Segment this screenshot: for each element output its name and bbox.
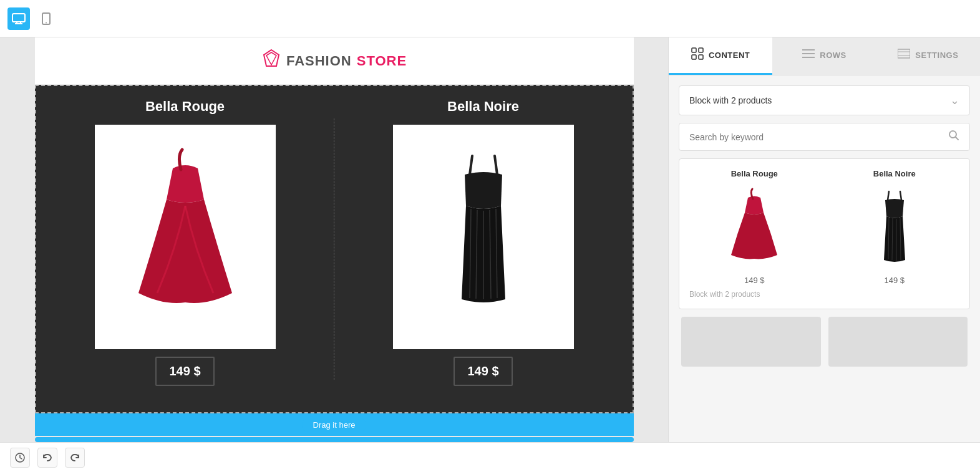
- right-panel: CONTENT ROWS: [668, 37, 980, 442]
- skeleton-card-1: [681, 317, 821, 367]
- preview-product-black: Bella Noire: [830, 169, 960, 285]
- red-dress-svg: [126, 143, 245, 330]
- product-title-right: Bella Noire: [447, 99, 519, 115]
- svg-rect-15: [692, 48, 696, 52]
- product-price-right: 149 $: [454, 357, 512, 386]
- desktop-device-button[interactable]: [7, 7, 30, 30]
- settings-tab-icon: [898, 49, 910, 62]
- content-tab-icon: [691, 47, 704, 63]
- svg-line-9: [495, 156, 497, 175]
- black-dress-svg: [427, 143, 540, 330]
- drag-bar[interactable]: Drag it here: [35, 413, 634, 436]
- product-block-canvas: Bella Rouge 149 $: [35, 85, 634, 413]
- product-image-black: [393, 125, 574, 349]
- logo-store-text: STORE: [357, 53, 407, 69]
- svg-line-26: [956, 137, 959, 140]
- product-title-left: Bella Rouge: [145, 99, 225, 115]
- history-button[interactable]: [10, 448, 30, 468]
- svg-line-27: [888, 191, 889, 200]
- canvas-area: FASHIONSTORE Bella Rouge: [0, 37, 668, 442]
- store-logo: FASHIONSTORE: [261, 49, 407, 73]
- skeleton-cards: [679, 317, 970, 367]
- settings-tab-label: SETTINGS: [915, 51, 958, 60]
- svg-point-5: [46, 22, 47, 23]
- preview-block-label: Block with 2 products: [689, 290, 959, 299]
- content-tab-label: CONTENT: [709, 51, 750, 60]
- bottom-toolbar: [0, 442, 980, 472]
- preview-products-row: Bella Rouge 149 $ Bella Noire: [689, 169, 959, 285]
- product-image-red: [95, 125, 276, 349]
- svg-rect-18: [699, 55, 703, 59]
- preview-black-dress-svg: [866, 186, 923, 267]
- rows-tab-label: ROWS: [820, 51, 846, 60]
- preview-product-red: Bella Rouge 149 $: [689, 169, 820, 285]
- preview-product-name-red: Bella Rouge: [731, 169, 778, 178]
- product-slot-right: Bella Noire: [334, 86, 633, 412]
- undo-button[interactable]: [37, 448, 57, 468]
- tab-content[interactable]: CONTENT: [669, 37, 772, 75]
- logo-diamond-icon: [261, 49, 281, 73]
- product-slot-left: Bella Rouge 149 $: [36, 86, 334, 412]
- svg-rect-0: [12, 14, 25, 22]
- panel-content: Block with 2 products ⌄ Bella: [669, 75, 980, 377]
- search-icon: [948, 130, 959, 144]
- mobile-device-button[interactable]: [35, 7, 57, 30]
- preview-product-price-black: 149 $: [884, 276, 905, 285]
- svg-rect-16: [699, 48, 703, 52]
- preview-product-name-black: Bella Noire: [873, 169, 916, 178]
- top-toolbar: [0, 0, 980, 37]
- main-layout: FASHIONSTORE Bella Rouge: [0, 37, 980, 442]
- preview-product-image-black: [860, 183, 929, 271]
- preview-product-image-red: [720, 183, 788, 271]
- preview-red-dress-svg: [726, 186, 782, 267]
- product-price-left: 149 $: [155, 357, 214, 386]
- search-box: [679, 123, 970, 151]
- svg-rect-22: [898, 49, 910, 58]
- block-selector-value: Block with 2 products: [689, 95, 772, 105]
- chevron-down-icon: ⌄: [950, 94, 959, 107]
- tab-rows[interactable]: ROWS: [772, 37, 876, 75]
- search-input[interactable]: [689, 132, 948, 142]
- svg-marker-7: [266, 52, 276, 65]
- panel-tabs: CONTENT ROWS: [669, 37, 980, 75]
- horizontal-scrollbar[interactable]: [35, 437, 634, 442]
- drag-bar-label: Drag it here: [302, 418, 367, 432]
- skeleton-card-2: [828, 317, 968, 367]
- svg-line-28: [900, 191, 901, 200]
- rows-tab-icon: [802, 49, 815, 62]
- block-selector-dropdown[interactable]: Block with 2 products ⌄: [679, 85, 970, 115]
- store-header: FASHIONSTORE: [35, 37, 634, 85]
- logo-fashion-text: FASHION: [286, 53, 352, 69]
- redo-button[interactable]: [65, 448, 85, 468]
- svg-rect-17: [692, 55, 696, 59]
- products-preview-card: Bella Rouge 149 $ Bella Noire: [679, 158, 970, 309]
- svg-line-8: [470, 156, 472, 175]
- tab-settings[interactable]: SETTINGS: [876, 37, 980, 75]
- preview-product-price-red: 149 $: [744, 276, 765, 285]
